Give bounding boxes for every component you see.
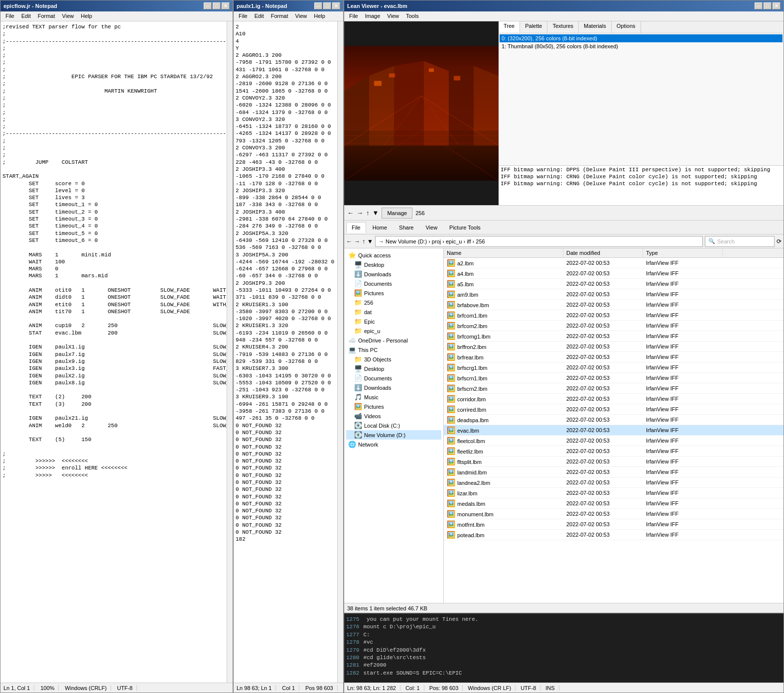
file-row[interactable]: 🖼️brffron2.lbm2022-07-02 00:53IrfanView … [444,342,784,352]
nav-downloads[interactable]: ⬇️ Downloads [346,269,441,279]
file-row[interactable]: 🖼️brfscrn1.lbm2022-07-02 00:53IrfanView … [444,373,784,383]
file-row[interactable]: 🖼️fleetliz.lbm2022-07-02 00:53IrfanView … [444,446,784,457]
notepad2-menu-view[interactable]: View [292,12,310,20]
address-nav-up[interactable]: ↑ [362,238,365,245]
tree-item-1[interactable]: 1: Thumbnail (80x50), 256 colors (8-bit … [500,42,783,50]
ribbon-tab-home[interactable]: Home [367,222,392,233]
notepad2-maximize-button[interactable]: □ [323,2,331,9]
tree-item-0[interactable]: 0: (320x200), 256 colors (8-bit indexed) [500,34,783,42]
nav-new-volume-d[interactable]: 💽 New Volume (D:) [346,430,441,440]
file-row[interactable]: 🖼️brfrear.lbm2022-07-02 00:53IrfanView I… [444,352,784,362]
file-row[interactable]: 🖼️motfrnt.lbm2022-07-02 00:53IrfanView I… [444,519,784,530]
nav-network[interactable]: 🌐 Network [346,440,441,449]
col-type-header[interactable]: Type [643,248,723,257]
file-row[interactable]: 🖼️am9.lbm2022-07-02 00:53IrfanView IFF [444,289,784,300]
leanviewer-maximize-button[interactable]: □ [764,2,772,9]
nav-local-disk-c[interactable]: 💽 Local Disk (C:) [346,421,441,430]
ribbon-tab-share[interactable]: Share [393,222,419,233]
file-row[interactable]: 🖼️a4.lbm2022-07-02 00:53IrfanView IFF [444,268,784,279]
nav-music[interactable]: 🎵 Music [346,392,441,402]
nav-256[interactable]: 📁 256 [346,298,441,307]
nav-pc-documents[interactable]: 📄 Documents [346,373,441,383]
file-row[interactable]: 🖼️landmid.lbm2022-07-02 00:53IrfanView I… [444,467,784,477]
tab-palette[interactable]: Palette [520,21,547,33]
tab-materials[interactable]: Materials [579,21,612,33]
file-row[interactable]: 🖼️medals.lbm2022-07-02 00:53IrfanView IF… [444,498,784,509]
notepad2-menu-help[interactable]: Help [311,12,328,20]
nav-3dobjects[interactable]: 📁 3D Objects [346,354,441,364]
file-row[interactable]: 🖼️fltsplit.lbm2022-07-02 00:53IrfanView … [444,457,784,467]
nav-pc-pictures[interactable]: 🖼️ Pictures [346,402,441,411]
refresh-icon[interactable]: ⟳ [777,238,782,245]
folder-nav-back[interactable]: ← [347,209,354,217]
nav-pictures[interactable]: 🖼️ Pictures [346,288,441,298]
notepad2-menu-file[interactable]: File [236,12,251,20]
col-date-header[interactable]: Date modified [563,248,643,257]
nav-dat[interactable]: 📁 dat [346,307,441,317]
col-name-header[interactable]: Name [444,248,563,257]
leanviewer-menu-view[interactable]: View [384,12,402,20]
folder-nav-forward[interactable]: → [357,209,363,217]
address-nav-back[interactable]: ← [346,238,352,245]
nav-this-pc[interactable]: 💻 This PC [346,345,441,354]
file-row[interactable]: 🖼️a2.lbm2022-07-02 00:53IrfanView IFF [444,258,784,268]
file-row[interactable]: 🖼️landnea2.lbm2022-07-02 00:53IrfanView … [444,477,784,488]
nav-pc-desktop[interactable]: 🖥️ Desktop [346,364,441,373]
nav-quick-access[interactable]: ⭐ Quick access [346,250,441,260]
tab-options[interactable]: Options [612,21,641,33]
nav-desktop[interactable]: 🖥️ Desktop [346,260,441,269]
nav-epic[interactable]: 📁 Epic [346,317,441,326]
file-row[interactable]: 🖼️potead.lbm2022-07-02 00:53IrfanView IF… [444,530,784,540]
notepad2-menu-format[interactable]: Format [268,12,291,20]
notepad1-menu-view[interactable]: View [59,12,77,20]
nav-videos[interactable]: 📹 Videos [346,411,441,421]
ribbon-tab-file[interactable]: File [346,222,366,233]
address-path[interactable]: → New Volume (D:) › proj › epic_u › iff … [375,236,703,247]
notepad2-minimize-button[interactable]: ─ [314,2,322,9]
notepad1-maximize-button[interactable]: □ [213,2,221,9]
notepad2-close-button[interactable]: ✕ [332,2,340,9]
notepad1-menu-help[interactable]: Help [78,12,95,20]
notepad1-menu-format[interactable]: Format [35,12,58,20]
file-row[interactable]: 🖼️brfcomg1.lbm2022-07-02 00:53IrfanView … [444,331,784,342]
file-row[interactable]: 🖼️brfcom2.lbm2022-07-02 00:53IrfanView I… [444,321,784,331]
file-row[interactable]: 🖼️evac.lbm2022-07-02 00:53IrfanView IFF [444,425,784,436]
address-recent-dropdown[interactable]: ▼ [367,238,373,245]
tab-textures[interactable]: Textures [547,21,579,33]
file-row[interactable]: 🖼️corridor.lbm2022-07-02 00:53IrfanView … [444,394,784,404]
file-row[interactable]: 🖼️brfabove.lbm2022-07-02 00:53IrfanView … [444,300,784,310]
folder-nav-up[interactable]: ↑ [366,209,370,217]
file-row[interactable]: 🖼️brfcom1.lbm2022-07-02 00:53IrfanView I… [444,310,784,321]
folder-nav-recent[interactable]: ▼ [373,209,379,217]
nav-onedrive[interactable]: ☁️ OneDrive - Personal [346,336,441,345]
file-row[interactable]: 🖼️monument.lbm2022-07-02 00:53IrfanView … [444,509,784,519]
file-row[interactable]: 🖼️corrired.lbm2022-07-02 00:53IrfanView … [444,404,784,415]
tab-tree[interactable]: Tree [499,21,520,33]
address-nav-forward[interactable]: → [354,238,360,245]
notepad1-minimize-button[interactable]: ─ [204,2,212,9]
nav-documents[interactable]: 📄 Documents [346,279,441,288]
notepad2-scrollbar[interactable] [337,21,343,683]
file-row[interactable]: 🖼️deadspa.lbm2022-07-02 00:53IrfanView I… [444,415,784,425]
file-row[interactable]: 🖼️lizar.lbm2022-07-02 00:53IrfanView IFF [444,488,784,498]
file-row[interactable]: 🖼️fleetcol.lbm2022-07-02 00:53IrfanView … [444,436,784,446]
leanviewer-menu-image[interactable]: Image [362,12,384,20]
ribbon-tab-view[interactable]: View [420,222,443,233]
notepad1-menu-edit[interactable]: Edit [18,12,34,20]
notepad2-editor[interactable] [234,21,337,683]
nav-pc-downloads[interactable]: ⬇️ Downloads [346,383,441,392]
notepad1-menu-file[interactable]: File [2,12,17,20]
leanviewer-close-button[interactable]: ✕ [773,2,781,9]
leanviewer-menu-file[interactable]: File [346,12,361,20]
notepad1-scrollbar[interactable] [227,21,233,683]
leanviewer-menu-tools[interactable]: Tools [403,12,422,20]
file-row[interactable]: 🖼️brfscrn2.lbm2022-07-02 00:53IrfanView … [444,383,784,394]
file-row[interactable]: 🖼️a5.lbm2022-07-02 00:53IrfanView IFF [444,279,784,289]
notepad2-menu-edit[interactable]: Edit [252,12,267,20]
manage-button[interactable]: Manage [382,208,412,219]
leanviewer-minimize-button[interactable]: ─ [755,2,763,9]
notepad1-editor[interactable] [0,21,227,683]
file-row[interactable]: 🖼️brfscrg1.lbm2022-07-02 00:53IrfanView … [444,362,784,373]
ribbon-tab-picturetools[interactable]: Picture Tools [444,222,486,233]
nav-epic-u[interactable]: 📁 epic_u [346,326,441,336]
